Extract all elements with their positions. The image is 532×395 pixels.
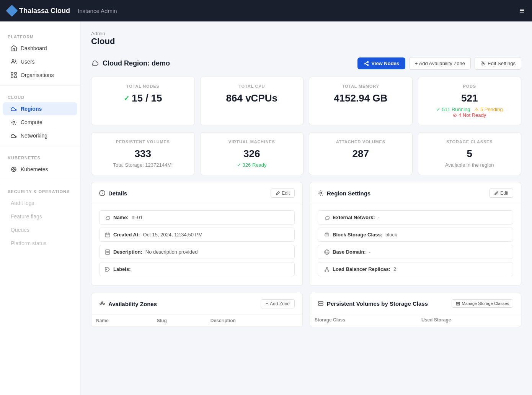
- block-storage-icon: [324, 232, 330, 238]
- region-header: Cloud Region: demo View Nodes + Add Avai…: [91, 57, 521, 70]
- manage-icon: [456, 302, 460, 306]
- detail-labels-row: Labels:: [99, 262, 295, 276]
- stat-virtual-machines: VIRTUAL MACHINES 326 ✓ 326 Ready: [200, 132, 304, 175]
- sidebar-label-organisations: Organisations: [21, 72, 54, 78]
- gear-icon: [11, 119, 17, 125]
- view-nodes-button[interactable]: View Nodes: [357, 57, 405, 69]
- cloud-icon: [11, 106, 17, 112]
- breadcrumb: Admin Cloud: [91, 31, 521, 46]
- settings-block-storage: Block Storage Class: block: [318, 228, 513, 242]
- menu-icon[interactable]: ≡: [519, 6, 524, 16]
- svg-line-15: [366, 62, 367, 63]
- instance-label: Instance Admin: [78, 8, 117, 14]
- sidebar-item-audit-logs: Audit logs: [3, 197, 77, 210]
- sidebar-item-networking[interactable]: Networking: [3, 129, 77, 142]
- stat-storage-classes: STORAGE CLASSES 5 Available in the regio…: [418, 132, 522, 175]
- sidebar-label-platform-status: Platform status: [11, 240, 46, 246]
- stat-av-value: 287: [317, 148, 405, 160]
- stat-total-cpu: TOTAL CPU 864 vCPUs: [200, 77, 304, 125]
- sidebar-label-users: Users: [21, 59, 35, 65]
- svg-point-13: [367, 61, 369, 62]
- detail-description-label: Description:: [113, 249, 142, 255]
- svg-point-0: [12, 60, 14, 62]
- pv-col-used-storage: Used Storage: [417, 314, 521, 326]
- svg-rect-4: [15, 76, 16, 78]
- svg-rect-25: [106, 250, 109, 254]
- sidebar-section-secops: SECURITY & OPERATIONS: [0, 184, 80, 196]
- svg-rect-1: [11, 72, 13, 74]
- az-icon: [99, 301, 105, 307]
- sidebar-section-platform: PLATFORM: [0, 29, 80, 41]
- sidebar-label-audit-logs: Audit logs: [11, 200, 34, 206]
- networking-icon: [11, 133, 17, 139]
- sidebar-label-queues: Queues: [11, 227, 29, 233]
- sidebar-item-regions[interactable]: Regions: [3, 102, 77, 115]
- az-table: Name Slug Description: [91, 315, 302, 327]
- svg-rect-3: [11, 76, 13, 78]
- svg-point-29: [320, 192, 322, 194]
- pencil-icon: [276, 191, 280, 195]
- svg-point-7: [13, 169, 15, 170]
- stat-total-memory-label: TOTAL MEMORY: [317, 84, 405, 89]
- check-circle-icon: ✓: [124, 94, 129, 103]
- kubernetes-icon: [11, 166, 17, 172]
- region-settings-edit-label: Edit: [500, 190, 508, 196]
- stat-attached-volumes: ATTACHED VOLUMES 287: [309, 132, 413, 175]
- sidebar-item-dashboard[interactable]: Dashboard: [3, 42, 77, 55]
- nodes-icon: [364, 61, 369, 66]
- external-network-label: External Network:: [333, 215, 375, 220]
- detail-name-label: Name:: [113, 215, 129, 220]
- svg-rect-47: [318, 304, 323, 305]
- region-title: Cloud Region: demo: [91, 59, 170, 67]
- logo-text: Thalassa Cloud: [19, 7, 70, 15]
- settings-external-network: External Network: -: [318, 210, 513, 225]
- block-storage-value: block: [385, 232, 397, 238]
- settings-gear-icon: [318, 190, 324, 196]
- region-settings-edit-button[interactable]: Edit: [489, 188, 513, 198]
- sidebar-item-platform-status: Platform status: [3, 237, 77, 250]
- stat-pv-value: 333: [99, 148, 187, 160]
- stats-grid-row2: PERSISTENT VOLUMES 333 Total Storage: 12…: [91, 132, 521, 175]
- sidebar-item-compute[interactable]: Compute: [3, 116, 77, 129]
- header-left: Thalassa Cloud Instance Admin: [8, 7, 117, 15]
- region-settings-title-text: Region Settings: [327, 190, 370, 197]
- manage-storage-label: Manage Storage Classes: [462, 301, 509, 306]
- logo[interactable]: Thalassa Cloud: [8, 7, 70, 15]
- sidebar-section-cloud: CLOUD: [0, 90, 80, 102]
- svg-point-20: [102, 192, 103, 192]
- region-settings-panel: Region Settings Edit External Network: -: [310, 182, 521, 286]
- details-panel: Details Edit Name: nl-01 Crea: [91, 182, 303, 286]
- view-nodes-label: View Nodes: [371, 61, 399, 66]
- labels-icon: [105, 267, 110, 272]
- breadcrumb-parent: Admin: [91, 31, 521, 36]
- stat-sc-value: 5: [426, 148, 514, 160]
- logo-icon: [6, 5, 18, 16]
- stat-pv-label: PERSISTENT VOLUMES: [99, 139, 187, 144]
- sidebar-item-users[interactable]: Users: [3, 55, 77, 68]
- add-zone-button[interactable]: + Add Zone: [261, 299, 295, 308]
- svg-rect-48: [456, 302, 460, 303]
- svg-rect-2: [15, 72, 16, 74]
- nodes-value-text: 15 / 15: [132, 92, 162, 104]
- sidebar-section-kubernetes: KUBERNETES: [0, 150, 80, 162]
- settings-base-domain: Base Domain: -: [318, 245, 513, 259]
- manage-storage-classes-button[interactable]: Manage Storage Classes: [452, 299, 513, 308]
- block-storage-label: Block Storage Class:: [333, 232, 382, 238]
- external-network-icon: [324, 215, 330, 220]
- sidebar-item-kubernetes[interactable]: Kubernetes: [3, 163, 77, 176]
- svg-point-35: [326, 267, 328, 268]
- az-col-name: Name: [91, 315, 152, 327]
- az-panel-title: Availability Zones: [99, 301, 157, 307]
- detail-created-label: Created At:: [113, 232, 140, 238]
- details-panel-body: Name: nl-01 Created At: Oct 15, 2024, 12…: [91, 204, 302, 285]
- details-edit-button[interactable]: Edit: [271, 188, 295, 198]
- sidebar-label-dashboard: Dashboard: [21, 45, 47, 51]
- page-layout: PLATFORM Dashboard Users Organisations C…: [0, 21, 532, 395]
- load-balancer-icon: [324, 267, 330, 272]
- stat-vm-sub: ✓ 326 Ready: [208, 162, 296, 168]
- sidebar-item-organisations[interactable]: Organisations: [3, 69, 77, 82]
- add-zone-btn-label: +: [266, 301, 268, 306]
- region-settings-title: Region Settings: [318, 190, 370, 197]
- edit-settings-button[interactable]: Edit Settings: [475, 57, 521, 70]
- add-availability-zone-button[interactable]: + Add Availability Zone: [409, 57, 471, 70]
